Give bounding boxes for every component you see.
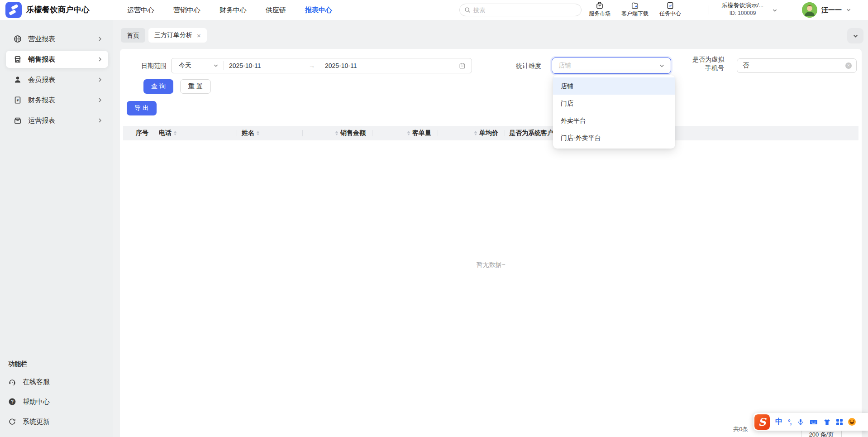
app-logo-icon[interactable] (5, 2, 22, 18)
sidebar-item-finance-reports[interactable]: ¥ 财务报表 (6, 91, 108, 109)
merchant-switcher[interactable]: 乐檬餐饮演示/... ID: 100009 (715, 1, 770, 16)
task-center-label: 任务中心 (659, 10, 681, 18)
microphone-icon[interactable] (797, 418, 804, 426)
task-center-link[interactable]: 任务中心 (659, 1, 681, 18)
service-market-link[interactable]: 服务市场 (589, 1, 610, 18)
box-icon (14, 116, 22, 125)
dimension-select[interactable]: 店铺 (552, 58, 671, 74)
nav-item-report-center[interactable]: 报表中心 (305, 6, 332, 14)
date-control-divider (223, 61, 224, 70)
sidebar-item-label: 营业报表 (28, 35, 91, 43)
sidebar-item-label: 运营报表 (28, 116, 91, 125)
sidebar-item-member-reports[interactable]: 会员报表 (6, 71, 108, 88)
refresh-icon (8, 418, 16, 426)
sidebar: 营业报表 销售报表 会员报表 (0, 20, 113, 437)
globe-icon (14, 35, 22, 43)
pagination-total: 共0条 (733, 425, 748, 433)
toolbox-grid-icon[interactable] (836, 419, 843, 425)
date-range-label: 日期范围 (141, 58, 167, 73)
tab-list-chevron-down-button[interactable] (847, 28, 863, 43)
sidebar-footer-label: 系统更新 (23, 418, 50, 426)
sidebar-item-online-support[interactable]: 在线客服 (0, 372, 113, 392)
user-chevron-down-icon (846, 7, 851, 13)
emoji-face-icon[interactable] (848, 418, 856, 426)
clear-icon[interactable]: × (845, 62, 852, 69)
nav-item-supply-chain[interactable]: 供应链 (266, 6, 286, 14)
merchant-id: ID: 100009 (715, 10, 770, 16)
sort-caret-icon[interactable] (174, 131, 176, 135)
sidebar-item-label: 会员报表 (28, 76, 91, 84)
function-bar-label: 功能栏 (0, 360, 113, 368)
client-download-label: 客户端下载 (621, 10, 649, 18)
merchant-name: 乐檬餐饮演示/... (715, 1, 770, 10)
table-header: 序号 电话 姓名 销售金额 客单量 单均价 是否为系统客户 (123, 126, 858, 140)
close-icon[interactable]: × (197, 32, 201, 39)
end-date-input[interactable]: 2025-10-11 (325, 62, 357, 69)
bag-icon (596, 1, 604, 10)
calendar-icon[interactable] (459, 62, 466, 69)
range-arrow-icon: → (309, 62, 315, 69)
sidebar-item-label: 财务报表 (28, 96, 91, 105)
column-header-avg-per-order[interactable]: 单均价 (438, 126, 505, 140)
merchant-chevron-down-icon[interactable] (772, 8, 777, 13)
question-circle-icon: ? (8, 398, 16, 406)
tab-third-party-order-analysis[interactable]: 三方订单分析 × (148, 28, 207, 43)
dimension-dropdown: 店铺 门店 外卖平台 门店-外卖平台 (553, 75, 675, 149)
headset-icon (8, 378, 16, 386)
dimension-placeholder: 店铺 (558, 62, 571, 70)
column-header-name[interactable]: 姓名 (237, 126, 302, 140)
service-market-label: 服务市场 (589, 10, 610, 18)
sort-caret-icon[interactable] (335, 131, 338, 135)
sogou-logo-icon[interactable]: S (754, 414, 770, 430)
global-search[interactable] (459, 4, 582, 16)
task-clipboard-icon (666, 1, 674, 10)
sidebar-footer-label: 在线客服 (23, 378, 50, 386)
sidebar-item-sales-reports[interactable]: 销售报表 (6, 51, 108, 68)
dropdown-option-store[interactable]: 店铺 (553, 77, 675, 95)
client-download-link[interactable]: 客户端下载 (621, 1, 649, 18)
dropdown-option-outlet-delivery-platform[interactable]: 门店-外卖平台 (553, 129, 675, 146)
user-menu[interactable]: 汪一一 (802, 2, 851, 18)
sidebar-item-business-reports[interactable]: 营业报表 (6, 30, 108, 48)
user-name: 汪一一 (821, 6, 842, 14)
shirt-skin-icon[interactable] (823, 418, 831, 426)
search-input[interactable] (473, 7, 577, 14)
sidebar-footer: 功能栏 在线客服 ? 帮助中心 (0, 360, 113, 432)
sort-caret-icon[interactable] (407, 131, 410, 135)
column-header-phone[interactable]: 电话 (154, 126, 237, 140)
virtual-phone-select[interactable]: 否 × (737, 58, 857, 73)
date-range-control: 今天 2025-10-11 → 2025-10-11 (171, 58, 472, 73)
sidebar-item-operation-reports[interactable]: 运营报表 (6, 112, 108, 129)
nav-item-finance-center[interactable]: 财务中心 (219, 6, 247, 14)
tab-bar: 首页 三方订单分析 × (121, 28, 207, 43)
download-folder-icon (631, 1, 639, 10)
reset-button[interactable]: 重 置 (180, 79, 211, 94)
preset-chevron-down-icon[interactable] (213, 63, 219, 68)
dropdown-option-delivery-platform[interactable]: 外卖平台 (553, 112, 675, 129)
sidebar-item-help-center[interactable]: ? 帮助中心 (0, 392, 113, 412)
dropdown-option-outlet[interactable]: 门店 (553, 95, 675, 112)
app-title: 乐檬餐饮商户中心 (26, 0, 90, 20)
ime-language-toggle[interactable]: 中 (775, 417, 782, 427)
tab-home[interactable]: 首页 (121, 28, 145, 43)
svg-text:¥: ¥ (16, 98, 19, 102)
date-preset-select[interactable]: 今天 (179, 62, 213, 70)
column-header-sales-amount[interactable]: 销售金额 (302, 126, 372, 140)
nav-item-operation-center[interactable]: 运营中心 (127, 6, 154, 14)
ime-punctuation-toggle[interactable]: °, (788, 418, 792, 426)
sort-caret-icon[interactable] (474, 131, 477, 135)
sidebar-item-system-update[interactable]: 系统更新 (0, 412, 113, 432)
nav-item-marketing-center[interactable]: 营销中心 (173, 6, 200, 14)
query-button[interactable]: 查 询 (143, 79, 173, 94)
chevron-right-icon (97, 77, 103, 82)
topbar-quick-links: 服务市场 客户端下载 任务中心 (589, 1, 681, 18)
content-card: 日期范围 今天 2025-10-11 → 2025-10-11 统计维度 店铺 … (120, 49, 862, 437)
chevron-right-icon (97, 118, 103, 123)
keyboard-icon[interactable] (810, 418, 818, 426)
sort-caret-icon[interactable] (257, 131, 259, 135)
start-date-input[interactable]: 2025-10-11 (229, 62, 309, 69)
export-button[interactable]: 导 出 (127, 101, 157, 115)
topbar: 乐檬餐饮商户中心 运营中心 营销中心 财务中心 供应链 报表中心 服务市场 (0, 0, 868, 20)
column-header-order-count[interactable]: 客单量 (372, 126, 438, 140)
select-chevron-down-icon (659, 63, 665, 69)
